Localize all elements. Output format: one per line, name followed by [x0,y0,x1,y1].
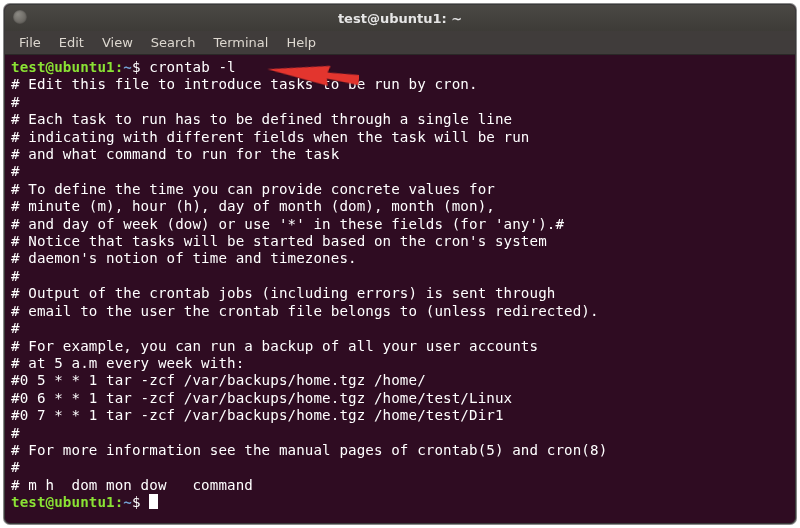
menubar: File Edit View Search Terminal Help [5,31,795,55]
terminal-body[interactable]: test@ubuntu1:~$ crontab -l # Edit this f… [5,55,795,518]
window-title: test@ubuntu1: ~ [338,11,462,26]
output-line: # and what command to run for the task [11,146,339,162]
menu-terminal[interactable]: Terminal [205,33,276,52]
terminal-window: test@ubuntu1: ~ File Edit View Search Te… [4,4,796,524]
menu-file[interactable]: File [11,33,49,52]
output-line: # [11,425,20,441]
output-line: # and day of week (dow) or use '*' in th… [11,216,564,232]
output-line: #0 7 * * 1 tar -zcf /var/backups/home.tg… [11,407,504,423]
prompt-userhost: test@ubuntu1: [11,494,123,510]
prompt-path: ~ [123,59,132,75]
menu-search[interactable]: Search [143,33,204,52]
output-line: # indicating with different fields when … [11,129,530,145]
output-line: # [11,163,20,179]
output-line: # minute (m), hour (h), day of month (do… [11,198,495,214]
output-line: #0 6 * * 1 tar -zcf /var/backups/home.tg… [11,390,512,406]
prompt-userhost: test@ubuntu1: [11,59,123,75]
prompt-path: ~ [123,494,132,510]
output-line: # m h dom mon dow command [11,477,253,493]
output-line: # For example, you can run a backup of a… [11,338,538,354]
output-line: # daemon's notion of time and timezones. [11,250,357,266]
window-button[interactable] [13,10,27,24]
output-line: # Each task to run has to be defined thr… [11,111,512,127]
command-text: crontab -l [149,59,235,75]
output-line: # To define the time you can provide con… [11,181,495,197]
output-line: # Output of the crontab jobs (including … [11,285,555,301]
output-line: #0 5 * * 1 tar -zcf /var/backups/home.tg… [11,372,426,388]
cursor [149,494,158,509]
output-line: # Edit this file to introduce tasks to b… [11,76,478,92]
output-line: # [11,268,20,284]
output-line: # [11,320,20,336]
titlebar: test@ubuntu1: ~ [5,5,795,31]
prompt-symbol: $ [132,59,141,75]
menu-edit[interactable]: Edit [51,33,92,52]
output-line: # at 5 a.m every week with: [11,355,244,371]
output-line: # [11,459,20,475]
output-line: # email to the user the crontab file bel… [11,303,599,319]
menu-help[interactable]: Help [278,33,324,52]
output-line: # For more information see the manual pa… [11,442,607,458]
output-line: # Notice that tasks will be started base… [11,233,547,249]
menu-view[interactable]: View [94,33,141,52]
prompt-symbol: $ [132,494,141,510]
output-line: # [11,94,20,110]
